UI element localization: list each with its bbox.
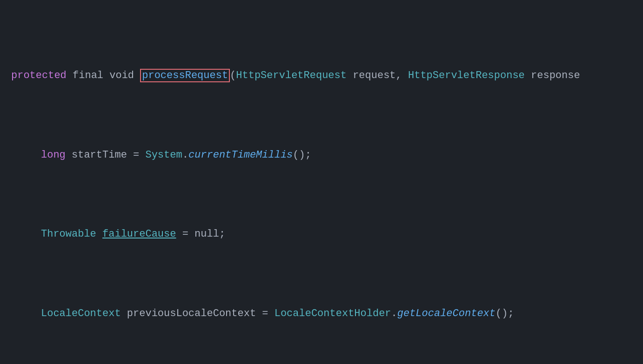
method-processrequest: processRequest — [140, 69, 230, 82]
line-4: LocaleContext previousLocaleContext = Lo… — [0, 306, 643, 322]
line-3: Throwable failureCause = null; — [0, 226, 643, 242]
line-2: long startTime = System.currentTimeMilli… — [0, 147, 643, 163]
keyword-protected: protected — [11, 70, 67, 81]
code-editor: protected final void processRequest(Http… — [0, 0, 643, 364]
line-1: protected final void processRequest(Http… — [0, 68, 643, 84]
text: final void — [67, 70, 140, 81]
